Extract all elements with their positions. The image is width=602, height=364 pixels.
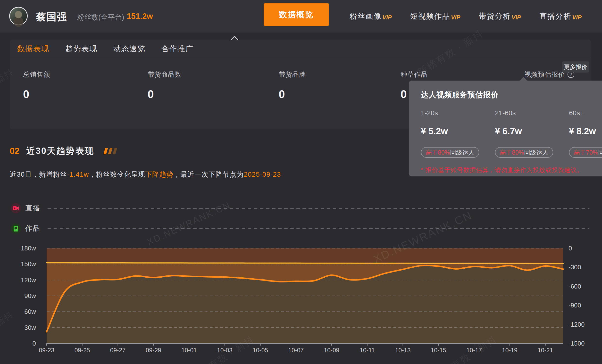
- trend-summary-text: 近30日，新增粉丝-1.41w，粉丝数变化呈现下降趋势，最近一次下降节点为202…: [10, 170, 281, 179]
- vip-badge: VIP: [511, 14, 521, 21]
- x-tick-label: 10-19: [502, 347, 517, 353]
- vip-badge: VIP: [451, 14, 461, 21]
- tab-cooperation-promotion[interactable]: 合作推广: [161, 44, 194, 54]
- stat-label: 带货品牌: [279, 70, 306, 79]
- x-tick-label: 10-03: [217, 347, 233, 353]
- more-quote-button[interactable]: 更多报价: [562, 61, 589, 73]
- y-right-tick-label: -900: [569, 302, 581, 309]
- section-number: 02: [10, 146, 19, 156]
- nav-item-label: 直播分析: [539, 11, 571, 21]
- x-tick-label: 09-29: [146, 347, 161, 353]
- legend-item-works[interactable]: 作品: [11, 223, 589, 234]
- stat-value: 0: [148, 88, 182, 101]
- quote-badge: 高于70%同级达人: [569, 147, 602, 158]
- summary-part: ，最近一次下降节点为: [173, 171, 244, 178]
- nav-item-label: 短视频作品: [410, 11, 450, 21]
- nav-item-data-overview[interactable]: 数据概览: [264, 3, 329, 26]
- stat-product-count: 带货商品数0: [148, 70, 182, 101]
- quote-duration: 1-20s: [421, 109, 495, 117]
- badge-rest: 同级达人: [450, 149, 474, 157]
- stat-value: 0: [23, 88, 50, 101]
- nav-item-fan-portrait[interactable]: 粉丝画像VIP: [350, 11, 392, 21]
- quote-badge: 高于80%同级达人: [421, 147, 479, 158]
- y-left-tick-label: 120w: [21, 276, 36, 284]
- x-tick-label: 10-17: [466, 347, 482, 353]
- badge-highlight: 高于70%: [574, 149, 598, 157]
- y-right-tick-label: -1200: [569, 321, 585, 328]
- summary-part: ，粉丝数变化呈现: [89, 171, 145, 178]
- summary-part: 近30日，新增粉丝: [10, 171, 67, 178]
- summary-part: -1.41w: [67, 171, 89, 178]
- quote-duration: 21-60s: [495, 109, 569, 117]
- legend-item-live[interactable]: 直播: [11, 203, 589, 214]
- tooltip-footnote: * 报价基于账号数据估算，请勿直接作为投放或投资建议。: [421, 166, 583, 174]
- x-tick-label: 10-13: [395, 347, 411, 353]
- video-quote-tooltip: 达人视频服务预估报价 1-20s¥ 5.2w高于80%同级达人21-60s¥ 6…: [409, 81, 602, 176]
- stat-label-text: 视频预估报价: [524, 70, 565, 79]
- quote-mark-icon: [113, 148, 117, 154]
- nav-item-sales-analysis[interactable]: 带货分析VIP: [479, 11, 521, 21]
- y-left-tick-label: 180w: [21, 245, 36, 252]
- avatar[interactable]: [9, 7, 28, 25]
- y-left-tick-label: 0: [32, 340, 36, 347]
- x-tick-label: 10-01: [181, 347, 197, 353]
- x-tick-label: 09-23: [39, 347, 54, 353]
- y-right-tick-label: -300: [569, 264, 581, 271]
- stat-label: 种草作品: [400, 70, 428, 79]
- tab-dynamic-overview[interactable]: 动态速览: [113, 44, 145, 54]
- section-header: 02 近30天趋势表现: [10, 145, 116, 157]
- y-left-tick-label: 150w: [21, 260, 36, 268]
- summary-part: 下降趋势: [145, 171, 173, 178]
- nav-item-live-analysis[interactable]: 直播分析VIP: [539, 11, 582, 21]
- x-tick-label: 10-11: [360, 347, 375, 353]
- nav-item-label: 粉丝画像: [350, 11, 382, 21]
- legend-dashed-line: [48, 228, 589, 229]
- badge-highlight: 高于80%: [426, 149, 450, 157]
- profile-name: 蔡国强: [36, 10, 67, 23]
- tooltip-columns: 1-20s¥ 5.2w高于80%同级达人21-60s¥ 6.7w高于80%同级达…: [421, 109, 602, 158]
- trend-chart-container: 180w150w120w90w60w30w00-300-600-900-1200…: [0, 240, 602, 362]
- tooltip-title: 达人视频服务预估报价: [421, 90, 499, 100]
- vip-badge: VIP: [382, 14, 392, 21]
- section-title: 近30天趋势表现: [26, 145, 94, 157]
- x-tick-label: 10-07: [288, 347, 304, 353]
- quote-mark-icon: [108, 148, 113, 154]
- quote-duration: 60s+: [569, 109, 602, 117]
- x-tick-label: 10-05: [253, 347, 268, 353]
- tab-trend-performance[interactable]: 趋势表现: [65, 44, 97, 54]
- badge-highlight: 高于80%: [500, 149, 524, 157]
- y-left-tick-label: 60w: [24, 308, 36, 315]
- trend-chart[interactable]: 180w150w120w90w60w30w00-300-600-900-1200…: [0, 240, 602, 362]
- x-tick-label: 10-09: [324, 347, 339, 353]
- stat-label-text: 种草作品: [400, 70, 428, 79]
- x-tick-label: 10-15: [431, 347, 446, 353]
- quote-price: ¥ 8.2w: [569, 126, 602, 136]
- y-right-tick-label: -600: [569, 283, 581, 290]
- fans-count-value: 151.2w: [127, 12, 153, 21]
- sub-tabs: 数据表现趋势表现动态速览合作推广: [10, 40, 591, 58]
- legend-dashed-line: [48, 208, 589, 209]
- quote-price: ¥ 5.2w: [421, 126, 495, 136]
- y-right-tick-label: 0: [569, 245, 572, 252]
- quote-mark-icon: [103, 148, 108, 154]
- stat-label-text: 带货商品数: [148, 70, 182, 79]
- header: 蔡国强 粉丝数(全平台) 151.2w 数据概览 粉丝画像VIP短视频作品VIP…: [0, 0, 602, 32]
- legend-label: 直播: [25, 203, 40, 213]
- vip-badge: VIP: [572, 14, 582, 21]
- x-tick-label: 10-21: [538, 347, 553, 353]
- stat-value: 0: [279, 88, 306, 101]
- x-tick-label: 09-27: [110, 347, 126, 353]
- nav-item-short-video-works[interactable]: 短视频作品VIP: [410, 11, 461, 21]
- video-camera-icon: [11, 203, 21, 213]
- stat-label: 带货商品数: [148, 70, 182, 79]
- legend-label: 作品: [25, 224, 40, 234]
- y-left-tick-label: 90w: [24, 292, 36, 300]
- badge-rest: 同级达人: [524, 149, 548, 157]
- stat-brand-count: 带货品牌0: [279, 70, 306, 101]
- tab-data-performance[interactable]: 数据表现: [17, 44, 49, 54]
- badge-rest: 同级达人: [598, 149, 602, 157]
- document-icon: [11, 224, 21, 234]
- stat-label: 总销售额: [23, 70, 50, 79]
- stat-label-text: 带货品牌: [279, 70, 306, 79]
- nav-item-label: 带货分析: [479, 11, 511, 21]
